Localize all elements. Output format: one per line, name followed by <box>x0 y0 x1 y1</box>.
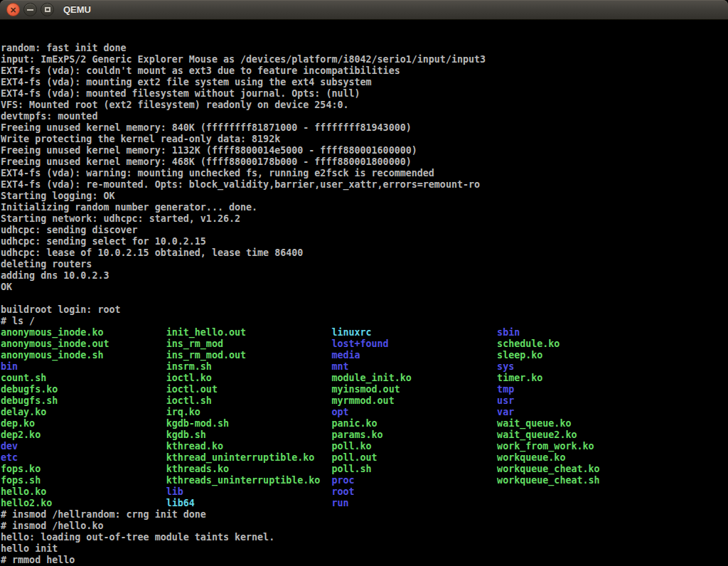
console-line: fops.sh kthreads_uninterruptible.ko proc… <box>1 475 728 486</box>
minimize-icon <box>27 9 33 11</box>
ls-entry-file: work_from_work.ko <box>497 441 594 452</box>
terminal-screen[interactable]: random: fast init doneinput: ImExPS/2 Ge… <box>0 20 728 566</box>
console-line: anonymous_inode.sh ins_rm_mod.out media … <box>1 350 728 361</box>
console-line: bin insrm.sh mnt sys <box>1 361 728 373</box>
console-line: etc kthread_uninterruptible.ko poll.out … <box>1 452 728 464</box>
console-line: anonymous_inode.ko init_hello.out linuxr… <box>1 327 728 338</box>
ls-entry-dir: run <box>331 498 348 508</box>
ls-entry-file: ins_rm_mod <box>166 338 332 349</box>
console-text: devtmpfs: mounted <box>1 111 97 122</box>
ls-entry-file: wait_queue2.ko <box>497 429 577 440</box>
ls-entry-dir: media <box>331 350 497 361</box>
console-text: udhcpc: lease of 10.0.2.15 obtained, lea… <box>1 247 303 258</box>
console-line: Starting logging: OK <box>1 191 728 202</box>
console-line: EXT4-fs (vda): warning: mounting uncheck… <box>1 168 728 179</box>
ls-entry-file: module_init.ko <box>331 373 497 383</box>
ls-entry-file: ioctl.sh <box>166 395 332 406</box>
console-text: Write protecting the kernel read-only da… <box>1 134 280 144</box>
console-text: input: ImExPS/2 Generic Explorer Mouse a… <box>1 54 486 65</box>
ls-entry-file: fops.ko <box>1 464 166 474</box>
ls-entry-file: panic.ko <box>331 418 497 429</box>
console-text: EXT4-fs (vda): warning: mounting uncheck… <box>1 168 434 178</box>
console-text: EXT4-fs (vda): couldn't mount as ext3 du… <box>1 65 400 76</box>
console-text: OK <box>1 282 12 292</box>
ls-entry-file: ioctl.out <box>166 384 332 395</box>
console-output: random: fast init doneinput: ImExPS/2 Ge… <box>1 43 728 566</box>
window-titlebar[interactable]: × QEMU <box>0 0 728 20</box>
ls-entry-file: kgdb-mod.sh <box>166 418 332 429</box>
close-icon: × <box>9 6 16 14</box>
ls-entry-file: kgdb.sh <box>166 429 332 440</box>
console-text: # insmod /hello.ko <box>1 520 103 531</box>
console-line: devtmpfs: mounted <box>1 111 728 122</box>
console-text: # rmmod hello <box>1 555 75 565</box>
console-line: # insmod /hello.ko <box>1 520 728 532</box>
ls-entry-dir: root <box>331 486 354 497</box>
ls-entry-file: anonymous_inode.out <box>1 338 166 349</box>
console-line: delay.ko irq.ko opt var <box>1 407 728 418</box>
ls-entry-file: kthreads_uninterruptible.ko <box>166 475 332 486</box>
console-line: Initializing random number generator... … <box>1 202 728 213</box>
ls-entry-dir: proc <box>331 475 497 486</box>
ls-entry-dir: tmp <box>497 384 514 395</box>
console-text: udhcpc: sending discover <box>1 225 138 235</box>
ls-entry-file: myrmmod.out <box>331 395 497 406</box>
console-line: # ls / <box>1 316 728 327</box>
ls-entry-dir: mnt <box>331 361 497 372</box>
console-line: debugfs.ko ioctl.out myinsmod.out tmp <box>1 384 728 395</box>
ls-entry-file: schedule.ko <box>497 338 560 349</box>
minimize-button[interactable] <box>23 3 37 16</box>
console-line: Freeing unused kernel memory: 468K (ffff… <box>1 156 728 168</box>
ls-entry-file: ioctl.ko <box>166 373 332 383</box>
ls-entry-file: params.ko <box>331 429 497 440</box>
ls-entry-file: hello.ko <box>1 486 166 497</box>
console-line: anonymous_inode.out ins_rm_mod lost+foun… <box>1 338 728 350</box>
console-line <box>1 293 728 304</box>
console-line: Freeing unused kernel memory: 1132K (fff… <box>1 145 728 156</box>
ls-entry-file: sleep.ko <box>497 350 542 361</box>
ls-entry-link: lib64 <box>166 498 332 508</box>
ls-entry-file: wait_queue.ko <box>497 418 571 429</box>
console-text: buildroot login: root <box>1 304 121 315</box>
close-button[interactable]: × <box>6 3 20 16</box>
console-text: hello: loading out-of-tree module taints… <box>1 532 274 543</box>
ls-entry-file: init_hello.out <box>166 327 332 338</box>
ls-entry-link: linuxrc <box>331 327 497 338</box>
console-text: # ls / <box>1 316 35 326</box>
maximize-button[interactable] <box>41 3 54 16</box>
ls-entry-dir: var <box>497 407 514 417</box>
console-text: Starting network: udhcpc: started, v1.26… <box>1 213 240 224</box>
console-line: OK <box>1 282 728 293</box>
console-text: # insmod /hellrandom: crng init done <box>1 509 206 520</box>
qemu-window: × QEMU random: fast init doneinput: ImEx… <box>0 0 728 566</box>
console-line: adding dns 10.0.2.3 <box>1 270 728 282</box>
ls-entry-file: insrm.sh <box>166 361 332 372</box>
ls-entry-dir: sys <box>497 361 514 372</box>
console-line: debugfs.sh ioctl.sh myrmmod.out usr <box>1 395 728 407</box>
ls-entry-file: debugfs.sh <box>1 395 166 406</box>
console-line: random: fast init done <box>1 43 728 54</box>
console-text: hello init <box>1 543 58 554</box>
console-text: adding dns 10.0.2.3 <box>1 270 109 281</box>
console-line: udhcpc: sending select for 10.0.2.15 <box>1 236 728 247</box>
ls-entry-file: myinsmod.out <box>331 384 497 395</box>
console-line: EXT4-fs (vda): couldn't mount as ext3 du… <box>1 65 728 77</box>
ls-entry-dir: etc <box>1 452 166 463</box>
ls-entry-file: workqueue_cheat.sh <box>497 475 599 486</box>
console-line: EXT4-fs (vda): mounting ext2 file system… <box>1 77 728 88</box>
console-text: Freeing unused kernel memory: 840K (ffff… <box>1 122 412 133</box>
console-line: hello.ko lib root <box>1 486 728 498</box>
console-text: EXT4-fs (vda): re-mounted. Opts: block_v… <box>1 179 480 190</box>
ls-entry-file: dep.ko <box>1 418 166 429</box>
console-text: Initializing random number generator... … <box>1 202 257 213</box>
console-line: EXT4-fs (vda): mounted filesystem withou… <box>1 88 728 100</box>
console-line: fops.ko kthreads.ko poll.sh workqueue_ch… <box>1 464 728 475</box>
console-line: dep2.ko kgdb.sh params.ko wait_queue2.ko <box>1 429 728 441</box>
console-line: # insmod /hellrandom: crng init done <box>1 509 728 520</box>
ls-entry-file: irq.ko <box>166 407 332 417</box>
maximize-icon <box>45 7 50 12</box>
console-line: Freeing unused kernel memory: 840K (ffff… <box>1 122 728 134</box>
console-line: udhcpc: lease of 10.0.2.15 obtained, lea… <box>1 247 728 259</box>
ls-entry-file: kthread_uninterruptible.ko <box>166 452 332 463</box>
ls-entry-dir: usr <box>497 395 514 406</box>
